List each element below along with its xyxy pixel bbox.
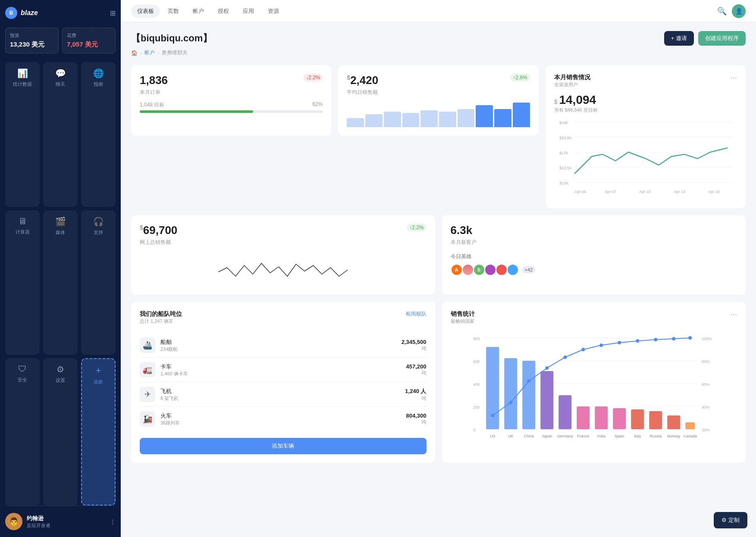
svg-text:600: 600 xyxy=(473,359,480,364)
create-app-button[interactable]: 创建应用程序 xyxy=(698,31,746,46)
svg-text:100%: 100% xyxy=(702,337,712,341)
sidebar-item-media[interactable]: 🎬 媒体 xyxy=(43,210,78,355)
sidebar-item-chat[interactable]: 💬 聊天 xyxy=(43,62,78,207)
page-header: 【biqubiqu.com】 + 邀请 创建应用程序 xyxy=(131,31,746,46)
fleet-link[interactable]: 检阅舰队 xyxy=(406,310,427,318)
sidebar-item-settings[interactable]: ⚙ 设置 xyxy=(43,358,78,506)
stats-row-1: 1,836 ↓2.2% 本月订单 1,048 目标 62% $2, xyxy=(131,65,746,208)
sales-stats-more[interactable]: ⋯ xyxy=(730,310,737,318)
page-title: 【biqubiqu.com】 xyxy=(131,32,212,45)
tab-auth[interactable]: 授权 xyxy=(212,5,235,18)
svg-text:0: 0 xyxy=(473,428,475,432)
svg-text:$17k: $17k xyxy=(559,151,568,155)
svg-text:40%: 40% xyxy=(702,405,709,409)
sidebar-item-calc[interactable]: 🖥 计算器 xyxy=(5,210,40,355)
sidebar-item-label: 媒体 xyxy=(56,229,65,236)
fleet-item-train: 🚂 火车 36路列车 804,300 吨 xyxy=(140,407,427,431)
mini-bar xyxy=(420,110,438,127)
sidebar: B blaze ⊞ 预算 13,230 美元 花费 7,057 美元 📊 统计数… xyxy=(0,0,121,537)
breadcrumb-current: 奥弗维耶夫 xyxy=(162,49,188,56)
tab-apps[interactable]: 应用 xyxy=(237,5,260,18)
svg-text:France: France xyxy=(577,434,589,438)
svg-text:Norway: Norway xyxy=(667,434,680,438)
topnav-tabs: 仪表板 页数 帐户 授权 应用 资源 xyxy=(131,5,285,18)
bar-canada xyxy=(685,422,695,429)
sidebar-item-label: 设置 xyxy=(56,377,65,384)
hero-avatar xyxy=(496,264,508,276)
nav-grid: 📊 统计数据 💬 聊天 🌐 指南 🖥 计算器 🎬 媒体 🎧 支持 🛡 安全 ⚙ xyxy=(5,62,116,506)
tab-accounts[interactable]: 帐户 xyxy=(187,5,210,18)
tab-pages[interactable]: 页数 xyxy=(162,5,185,18)
wavy-chart xyxy=(140,255,427,285)
breadcrumb-accounts[interactable]: 帐户 xyxy=(144,49,155,56)
line-dot xyxy=(509,401,512,404)
user-name: 约翰逊 xyxy=(27,515,106,522)
svg-text:US: US xyxy=(489,434,495,438)
topnav-avatar[interactable]: 👤 xyxy=(732,4,746,18)
mini-bars xyxy=(347,101,530,127)
bar-china xyxy=(522,361,535,429)
line-chart-svg: $24k $20.5K $17k $13.5K $10K xyxy=(554,118,737,200)
sidebar-footer: 👨 约翰逊 反应开发者 ⋮ xyxy=(5,506,116,530)
new-customers-card: 6.3k 本月新客户 今日英雄 A S +42 xyxy=(442,215,746,295)
search-icon[interactable]: 🔍 xyxy=(717,6,727,16)
mini-bar xyxy=(476,105,493,127)
hero-avatar xyxy=(484,264,496,276)
sidebar-item-stats[interactable]: 📊 统计数据 xyxy=(5,62,40,207)
expense-value: 7,057 美元 xyxy=(67,41,111,49)
fleet-ship-name: 船舶 xyxy=(160,338,396,346)
orders-change: ↓2.2% xyxy=(303,74,323,81)
line-dot xyxy=(599,343,603,347)
line-dot xyxy=(618,341,621,344)
mini-bar xyxy=(494,109,511,127)
tab-dashboard[interactable]: 仪表板 xyxy=(131,5,160,18)
sidebar-item-security[interactable]: 🛡 安全 xyxy=(5,358,40,506)
hero-avatar xyxy=(507,264,519,276)
svg-text:$24k: $24k xyxy=(559,121,568,125)
sidebar-item-label: 统计数据 xyxy=(13,81,32,87)
sidebar-item-guide[interactable]: 🌐 指南 xyxy=(81,62,116,207)
user-more-icon[interactable]: ⋮ xyxy=(110,518,116,525)
fleet-card: 我们的船队吨位 总计 1,247 辆车 检阅舰队 🚢 船舶 234艘船 2,34… xyxy=(131,302,435,463)
logo-text: blaze xyxy=(21,9,38,17)
user-avatar: 👨 xyxy=(5,513,22,530)
progress-fill xyxy=(140,110,253,113)
sidebar-item-support[interactable]: 🎧 支持 xyxy=(81,210,116,355)
hero-avatar xyxy=(462,264,474,276)
svg-text:India: India xyxy=(597,434,605,438)
topnav: 仪表板 页数 帐户 授权 应用 资源 🔍 👤 xyxy=(121,0,756,22)
main-content: 仪表板 页数 帐户 授权 应用 资源 🔍 👤 【biqubiqu.com】 + … xyxy=(121,0,756,537)
sales-month-title: 本月销售情况 xyxy=(554,74,590,81)
sidebar-item-add[interactable]: + 添新 xyxy=(81,358,116,506)
stats-icon: 📊 xyxy=(17,68,28,78)
line-dot xyxy=(654,338,657,341)
tab-resources[interactable]: 资源 xyxy=(262,5,285,18)
fleet-train-sub: 36路列车 xyxy=(160,420,401,426)
fleet-ship-unit: 吨 xyxy=(402,345,427,352)
fleet-item-truck: 🚛 卡车 1,460 辆卡车 457,200 吨 xyxy=(140,358,427,382)
svg-text:$10K: $10K xyxy=(559,181,568,185)
svg-text:Italy: Italy xyxy=(634,434,641,438)
customize-button[interactable]: ⚙ 定制 xyxy=(714,512,747,528)
fleet-ship-value: 2,345,500 xyxy=(402,339,427,345)
fleet-train-unit: 吨 xyxy=(406,419,427,425)
add-vehicle-button[interactable]: 添加车辆 xyxy=(140,438,427,454)
new-customers-value: 6.3k xyxy=(451,224,473,237)
fleet-truck-value: 457,200 xyxy=(406,363,427,370)
heroes-more: +42 xyxy=(522,266,536,273)
budget-card: 预算 13,230 美元 xyxy=(5,28,59,53)
sales-month-more[interactable]: ⋯ xyxy=(730,74,737,82)
invite-button[interactable]: + 邀请 xyxy=(664,31,694,46)
bar-norway xyxy=(667,415,680,429)
sidebar-settings-icon[interactable]: ⊞ xyxy=(110,9,116,17)
svg-text:China: China xyxy=(524,434,534,438)
fleet-title: 我们的船队吨位 xyxy=(140,310,182,318)
line-dot xyxy=(688,336,692,340)
sales-big-value: 14,094 xyxy=(559,93,596,107)
svg-text:$20.5K: $20.5K xyxy=(559,136,572,140)
line-dot xyxy=(563,356,567,359)
orders-label: 本月订单 xyxy=(140,89,323,96)
avg-sales-change: ↑2.6% xyxy=(510,74,530,81)
svg-text:Canada: Canada xyxy=(683,434,697,438)
budget-cards: 预算 13,230 美元 花费 7,057 美元 xyxy=(5,28,116,53)
